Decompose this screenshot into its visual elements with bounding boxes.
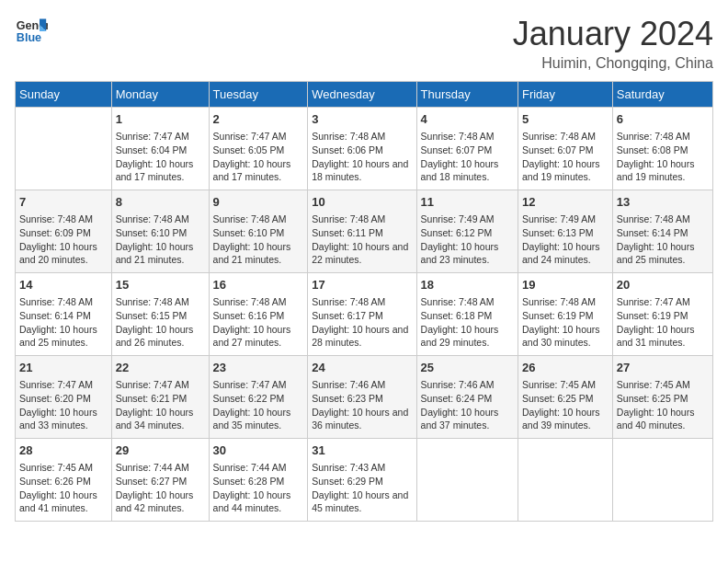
calendar-day-cell	[16, 108, 112, 190]
day-number: 6	[617, 111, 709, 128]
day-number: 26	[522, 360, 609, 376]
calendar-day-cell: 25Sunrise: 7:46 AMSunset: 6:24 PMDayligh…	[416, 356, 518, 439]
day-info: Sunrise: 7:48 AMSunset: 6:15 PMDaylight:…	[116, 295, 205, 350]
day-number: 1	[116, 111, 205, 128]
calendar-day-cell: 21Sunrise: 7:47 AMSunset: 6:20 PMDayligh…	[16, 356, 112, 439]
day-number: 10	[312, 194, 412, 211]
svg-text:Blue: Blue	[17, 31, 41, 44]
calendar-day-cell: 12Sunrise: 7:49 AMSunset: 6:13 PMDayligh…	[518, 190, 612, 273]
calendar-day-cell	[612, 439, 712, 522]
month-title: January 2024	[513, 15, 713, 53]
day-info: Sunrise: 7:48 AMSunset: 6:19 PMDaylight:…	[522, 295, 609, 350]
day-info: Sunrise: 7:48 AMSunset: 6:14 PMDaylight:…	[19, 295, 108, 350]
day-info: Sunrise: 7:48 AMSunset: 6:10 PMDaylight:…	[213, 213, 304, 267]
calendar-week-row: 14Sunrise: 7:48 AMSunset: 6:14 PMDayligh…	[16, 273, 713, 356]
calendar-day-cell: 28Sunrise: 7:45 AMSunset: 6:26 PMDayligh…	[16, 439, 112, 522]
calendar-day-cell: 5Sunrise: 7:48 AMSunset: 6:07 PMDaylight…	[518, 108, 612, 190]
day-number: 28	[19, 442, 108, 459]
calendar-day-cell: 30Sunrise: 7:44 AMSunset: 6:28 PMDayligh…	[209, 439, 308, 522]
day-number: 3	[312, 111, 412, 128]
calendar-day-cell	[518, 439, 612, 522]
calendar-day-cell: 23Sunrise: 7:47 AMSunset: 6:22 PMDayligh…	[209, 356, 308, 439]
day-info: Sunrise: 7:47 AMSunset: 6:21 PMDaylight:…	[116, 378, 205, 432]
day-info: Sunrise: 7:48 AMSunset: 6:16 PMDaylight:…	[213, 295, 304, 350]
calendar-day-cell: 20Sunrise: 7:47 AMSunset: 6:19 PMDayligh…	[612, 273, 712, 356]
day-number: 8	[116, 194, 205, 211]
calendar-day-cell: 8Sunrise: 7:48 AMSunset: 6:10 PMDaylight…	[111, 190, 209, 273]
calendar-week-row: 21Sunrise: 7:47 AMSunset: 6:20 PMDayligh…	[16, 356, 713, 439]
day-info: Sunrise: 7:46 AMSunset: 6:24 PMDaylight:…	[421, 378, 514, 432]
calendar-day-cell: 26Sunrise: 7:45 AMSunset: 6:25 PMDayligh…	[518, 356, 612, 439]
day-info: Sunrise: 7:47 AMSunset: 6:22 PMDaylight:…	[213, 378, 304, 432]
day-info: Sunrise: 7:47 AMSunset: 6:19 PMDaylight:…	[617, 295, 709, 350]
day-info: Sunrise: 7:44 AMSunset: 6:27 PMDaylight:…	[116, 461, 205, 515]
calendar-day-cell: 11Sunrise: 7:49 AMSunset: 6:12 PMDayligh…	[416, 190, 518, 273]
calendar-day-cell: 4Sunrise: 7:48 AMSunset: 6:07 PMDaylight…	[416, 108, 518, 190]
calendar-week-row: 28Sunrise: 7:45 AMSunset: 6:26 PMDayligh…	[16, 439, 713, 522]
location-subtitle: Huimin, Chongqing, China	[513, 55, 713, 72]
calendar-day-cell: 9Sunrise: 7:48 AMSunset: 6:10 PMDaylight…	[209, 190, 308, 273]
day-info: Sunrise: 7:48 AMSunset: 6:11 PMDaylight:…	[312, 213, 412, 267]
weekday-header-cell: Saturday	[612, 82, 712, 108]
calendar-day-cell: 18Sunrise: 7:48 AMSunset: 6:18 PMDayligh…	[416, 273, 518, 356]
day-number: 20	[617, 277, 709, 293]
day-info: Sunrise: 7:46 AMSunset: 6:23 PMDaylight:…	[312, 378, 412, 432]
day-info: Sunrise: 7:48 AMSunset: 6:07 PMDaylight:…	[522, 130, 609, 184]
calendar-day-cell: 7Sunrise: 7:48 AMSunset: 6:09 PMDaylight…	[16, 190, 112, 273]
day-number: 25	[421, 360, 514, 376]
day-number: 12	[522, 194, 609, 211]
header: General Blue January 2024 Huimin, Chongq…	[15, 15, 713, 72]
day-info: Sunrise: 7:48 AMSunset: 6:17 PMDaylight:…	[312, 295, 412, 350]
day-info: Sunrise: 7:47 AMSunset: 6:05 PMDaylight:…	[213, 130, 304, 184]
day-info: Sunrise: 7:48 AMSunset: 6:10 PMDaylight:…	[116, 213, 205, 267]
day-number: 13	[617, 194, 709, 211]
logo: General Blue	[15, 15, 48, 48]
day-number: 14	[19, 277, 108, 293]
calendar-day-cell: 24Sunrise: 7:46 AMSunset: 6:23 PMDayligh…	[308, 356, 416, 439]
calendar-day-cell: 31Sunrise: 7:43 AMSunset: 6:29 PMDayligh…	[308, 439, 416, 522]
day-number: 7	[19, 194, 108, 211]
calendar-body: 1Sunrise: 7:47 AMSunset: 6:04 PMDaylight…	[16, 108, 713, 522]
calendar-week-row: 1Sunrise: 7:47 AMSunset: 6:04 PMDaylight…	[16, 108, 713, 190]
calendar-day-cell: 22Sunrise: 7:47 AMSunset: 6:21 PMDayligh…	[111, 356, 209, 439]
day-number: 18	[421, 277, 514, 293]
day-number: 29	[116, 442, 205, 459]
weekday-header-cell: Wednesday	[308, 82, 416, 108]
weekday-header-row: SundayMondayTuesdayWednesdayThursdayFrid…	[16, 82, 713, 108]
day-number: 30	[213, 442, 304, 459]
day-info: Sunrise: 7:49 AMSunset: 6:12 PMDaylight:…	[421, 213, 514, 267]
day-info: Sunrise: 7:47 AMSunset: 6:04 PMDaylight:…	[116, 130, 205, 184]
calendar-day-cell: 13Sunrise: 7:48 AMSunset: 6:14 PMDayligh…	[612, 190, 712, 273]
calendar-day-cell: 2Sunrise: 7:47 AMSunset: 6:05 PMDaylight…	[209, 108, 308, 190]
calendar-day-cell: 17Sunrise: 7:48 AMSunset: 6:17 PMDayligh…	[308, 273, 416, 356]
day-number: 19	[522, 277, 609, 293]
day-number: 2	[213, 111, 304, 128]
day-number: 31	[312, 442, 412, 459]
day-number: 17	[312, 277, 412, 293]
logo-icon: General Blue	[15, 15, 48, 48]
day-info: Sunrise: 7:43 AMSunset: 6:29 PMDaylight:…	[312, 461, 412, 515]
weekday-header-cell: Monday	[111, 82, 209, 108]
weekday-header-cell: Tuesday	[209, 82, 308, 108]
day-number: 23	[213, 360, 304, 376]
day-info: Sunrise: 7:45 AMSunset: 6:26 PMDaylight:…	[19, 461, 108, 515]
calendar-day-cell: 27Sunrise: 7:45 AMSunset: 6:25 PMDayligh…	[612, 356, 712, 439]
day-info: Sunrise: 7:48 AMSunset: 6:06 PMDaylight:…	[312, 130, 412, 184]
day-number: 15	[116, 277, 205, 293]
day-info: Sunrise: 7:45 AMSunset: 6:25 PMDaylight:…	[522, 378, 609, 432]
calendar-day-cell: 16Sunrise: 7:48 AMSunset: 6:16 PMDayligh…	[209, 273, 308, 356]
calendar-day-cell: 6Sunrise: 7:48 AMSunset: 6:08 PMDaylight…	[612, 108, 712, 190]
calendar-day-cell: 29Sunrise: 7:44 AMSunset: 6:27 PMDayligh…	[111, 439, 209, 522]
day-number: 5	[522, 111, 609, 128]
day-number: 22	[116, 360, 205, 376]
day-number: 11	[421, 194, 514, 211]
calendar-day-cell: 3Sunrise: 7:48 AMSunset: 6:06 PMDaylight…	[308, 108, 416, 190]
day-info: Sunrise: 7:48 AMSunset: 6:18 PMDaylight:…	[421, 295, 514, 350]
calendar-day-cell: 10Sunrise: 7:48 AMSunset: 6:11 PMDayligh…	[308, 190, 416, 273]
day-info: Sunrise: 7:44 AMSunset: 6:28 PMDaylight:…	[213, 461, 304, 515]
day-number: 4	[421, 111, 514, 128]
title-area: January 2024 Huimin, Chongqing, China	[513, 15, 713, 72]
day-info: Sunrise: 7:47 AMSunset: 6:20 PMDaylight:…	[19, 378, 108, 432]
weekday-header-cell: Thursday	[416, 82, 518, 108]
calendar-day-cell: 1Sunrise: 7:47 AMSunset: 6:04 PMDaylight…	[111, 108, 209, 190]
